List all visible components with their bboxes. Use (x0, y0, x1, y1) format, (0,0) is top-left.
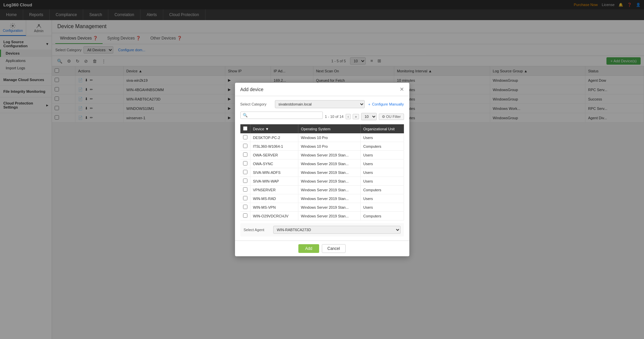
dialog-row-ou: Computers (360, 212, 404, 220)
dialog-row-device: OWA-SYNC (250, 159, 298, 168)
search-icon: 🔍 (243, 113, 248, 118)
dialog-table-row: WIN-MS-VPN Windows Server 2019 Stan... U… (240, 203, 404, 212)
dialog-agent-select[interactable]: WIN-RABT6CA273D (273, 226, 401, 234)
dialog-row-checkbox[interactable] (240, 212, 250, 220)
dialog-row-checkbox[interactable] (240, 142, 250, 151)
dialog-table-row: VPNSERVER Windows Server 2019 Stan... Co… (240, 186, 404, 194)
dialog-footer: Add Cancel (235, 241, 409, 256)
dialog-category-select[interactable]: sivatestdomain.local (275, 100, 365, 108)
dialog-pagination-info: 1 - 10 of 14 (325, 115, 344, 119)
dialog-row-os: Windows Server 2019 Stan... (298, 203, 360, 212)
dialog-row-checkbox[interactable] (240, 133, 250, 142)
dialog-row-os: Windows Server 2019 Stan... (298, 177, 360, 186)
dialog-row-os: Windows 10 Pro (298, 142, 360, 151)
dialog-row-checkbox[interactable] (240, 203, 250, 212)
dialog-row-checkbox[interactable] (240, 168, 250, 177)
dialog-body: Select Category sivatestdomain.local ＋ C… (235, 96, 409, 241)
dialog-row-ou: Users (360, 159, 404, 168)
dialog-row-ou: Users (360, 133, 404, 142)
dialog-title: Add device (240, 87, 264, 92)
dialog-row-os: Windows Server 2019 Stan... (298, 151, 360, 159)
dialog-col-os: Operating System (298, 124, 360, 133)
dialog-row-checkbox[interactable] (240, 151, 250, 159)
dialog-table-row: WIN-O29VDCRCHJV Windows Server 2019 Stan… (240, 212, 404, 220)
dialog-row-ou: Users (360, 151, 404, 159)
dialog-table-row: SIVA-WIN-WAP Windows Server 2019 Stan...… (240, 177, 404, 186)
dialog-row-os: Windows Server 2019 Stan... (298, 159, 360, 168)
dialog-row-ou: Users (360, 168, 404, 177)
dialog-col-ou: Organizational Unit (360, 124, 404, 133)
dialog-add-btn[interactable]: Add (298, 244, 319, 253)
dialog-row-device: SIVA-WIN-WAP (250, 177, 298, 186)
dialog-devices-table: Device ▼ Operating System Organizational… (240, 124, 404, 220)
dialog-table-row: WIN-MS-RAD Windows Server 2019 Stan... U… (240, 194, 404, 203)
ou-filter-btn[interactable]: ⚙ OU Filter (379, 114, 404, 120)
dialog-row-ou: Users (360, 194, 404, 203)
dialog-col-checkbox (240, 124, 250, 133)
dialog-col-device[interactable]: Device ▼ (250, 124, 298, 133)
dialog-category-row: Select Category sivatestdomain.local ＋ C… (240, 100, 404, 108)
dialog-category-label: Select Category (240, 102, 272, 106)
dialog-table-row: OWA-SYNC Windows Server 2019 Stan... Use… (240, 159, 404, 168)
dialog-select-all[interactable] (243, 126, 247, 131)
dialog-search-bar: 🔍 (240, 112, 323, 119)
dialog-row-ou: Users (360, 203, 404, 212)
dialog-row-device: WIN-MS-RAD (250, 194, 298, 203)
prev-page-btn[interactable]: ‹ (346, 114, 351, 119)
dialog-table-row: SIVA-WIN-ADFS Windows Server 2019 Stan..… (240, 168, 404, 177)
dialog-row-device: VPNSERVER (250, 186, 298, 194)
next-page-btn[interactable]: » (353, 114, 359, 119)
filter-icon: ⚙ (382, 115, 385, 119)
dialog-row-ou: Computers (360, 186, 404, 194)
dialog-table-row: OWA-SERVER Windows Server 2019 Stan... U… (240, 151, 404, 159)
dialog-row-device: DESKTOP-PC-2 (250, 133, 298, 142)
dialog-row-device: SIVA-WIN-ADFS (250, 168, 298, 177)
dialog-overlay: Add device ✕ Select Category sivatestdom… (0, 0, 644, 339)
dialog-row-os: Windows Server 2019 Stan... (298, 168, 360, 177)
select-agent-label: Select Agent (244, 228, 271, 232)
dialog-close-btn[interactable]: ✕ (400, 86, 404, 92)
dialog-row-device: ITSL360-W1064-1 (250, 142, 298, 151)
dialog-cancel-btn[interactable]: Cancel (322, 244, 346, 253)
dialog-row-checkbox[interactable] (240, 177, 250, 186)
dialog-row-ou: Computers (360, 142, 404, 151)
dialog-search-input[interactable] (249, 113, 321, 117)
dialog-row-checkbox[interactable] (240, 186, 250, 194)
configure-manually-link[interactable]: ＋ Configure Manually (367, 102, 404, 107)
dialog-row-checkbox[interactable] (240, 194, 250, 203)
dialog-row-os: Windows Server 2019 Stan... (298, 212, 360, 220)
dialog-row-device: WIN-MS-VPN (250, 203, 298, 212)
dialog-row-checkbox[interactable] (240, 159, 250, 168)
dialog-row-device: WIN-O29VDCRCHJV (250, 212, 298, 220)
plus-icon: ＋ (367, 102, 372, 106)
dialog-row-os: Windows Server 2019 Stan... (298, 186, 360, 194)
dialog-table-row: ITSL360-W1064-1 Windows 10 Pro Computers (240, 142, 404, 151)
dialog-row-os: Windows Server 2019 Stan... (298, 194, 360, 203)
dialog-agent-row: Select Agent WIN-RABT6CA273D (240, 223, 404, 236)
dialog-table-row: DESKTOP-PC-2 Windows 10 Pro Users (240, 133, 404, 142)
add-device-dialog: Add device ✕ Select Category sivatestdom… (235, 83, 409, 256)
dialog-rows-per-page[interactable]: 10 (361, 113, 377, 120)
dialog-row-os: Windows 10 Pro (298, 133, 360, 142)
dialog-row-ou: Users (360, 177, 404, 186)
dialog-row-device: OWA-SERVER (250, 151, 298, 159)
dialog-header: Add device ✕ (235, 83, 409, 96)
